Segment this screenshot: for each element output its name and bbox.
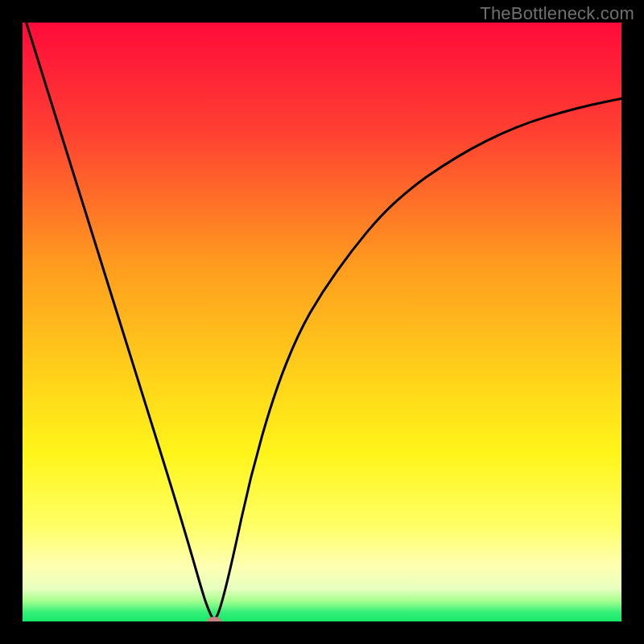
plot-svg bbox=[23, 23, 621, 621]
watermark-text: TheBottleneck.com bbox=[480, 3, 634, 24]
plot-area bbox=[23, 23, 621, 621]
gradient-background bbox=[23, 23, 621, 621]
chart-frame: TheBottleneck.com bbox=[0, 0, 644, 644]
